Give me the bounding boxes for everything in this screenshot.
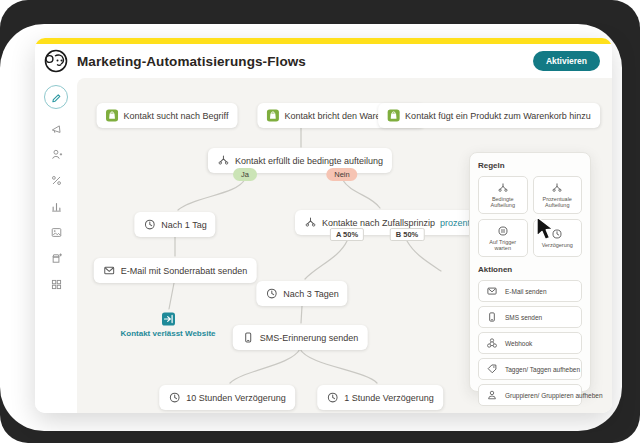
analytics-icon bbox=[50, 200, 63, 213]
rules-section-title: Regeln bbox=[478, 161, 582, 170]
trigger-node-add-to-cart[interactable]: Kontakt fügt ein Produkt zum Warenkorb h… bbox=[378, 103, 600, 128]
delay-1-hour-node[interactable]: 1 Stunde Verzögerung bbox=[317, 385, 443, 410]
group-icon bbox=[486, 389, 498, 401]
sidebar-item-create-active[interactable] bbox=[44, 85, 68, 109]
shopify-bag-icon bbox=[266, 109, 279, 122]
sidebar-item-store[interactable] bbox=[50, 252, 63, 265]
random-split-label: Kontakte nach Zufallsprinzip bbox=[322, 218, 435, 228]
clock-icon bbox=[143, 218, 156, 231]
mouse-cursor-icon bbox=[535, 216, 559, 242]
phone-icon bbox=[486, 311, 498, 323]
split-b-badge: B 50% bbox=[390, 228, 425, 241]
activate-button[interactable]: Aktivieren bbox=[533, 51, 600, 71]
marketing-hero-frame: Marketing-Automatisierungs-Flows Aktivie… bbox=[0, 0, 640, 443]
megaphone-icon bbox=[50, 122, 63, 135]
rule-tile-label: Verzögerung bbox=[542, 242, 573, 248]
content-icon bbox=[50, 226, 63, 239]
delay-10-hours-node[interactable]: 10 Stunden Verzögerung bbox=[159, 385, 295, 410]
app-window: Marketing-Automatisierungs-Flows Aktivie… bbox=[35, 38, 612, 413]
sidebar-nav bbox=[35, 78, 77, 413]
clock-icon bbox=[168, 391, 181, 404]
phone-icon bbox=[242, 331, 255, 344]
split-icon bbox=[497, 182, 509, 194]
sidebar-item-campaigns[interactable] bbox=[50, 122, 63, 135]
sms-node-label: SMS-Erinnerung senden bbox=[260, 333, 359, 343]
delay-node-label: 10 Stunden Verzögerung bbox=[186, 393, 286, 403]
exit-node-label: Kontakt verlässt Website bbox=[121, 329, 216, 338]
automation-icon bbox=[50, 174, 63, 187]
trigger-node-label: Kontakt sucht nach Begriff bbox=[124, 111, 229, 121]
exit-node[interactable]: Kontakt verlässt Website bbox=[121, 312, 216, 338]
logo-column bbox=[35, 48, 77, 74]
shopify-bag-icon bbox=[387, 109, 400, 122]
rule-tile-label: Bedingte Aufteilung bbox=[481, 196, 525, 208]
shopify-bag-icon bbox=[106, 109, 119, 122]
delay-1-day-node[interactable]: Nach 1 Tag bbox=[134, 212, 215, 237]
flow-canvas[interactable]: Kontakt sucht nach Begriff Kontakt brich… bbox=[77, 78, 612, 413]
yes-branch-badge: Ja bbox=[233, 168, 257, 181]
email-node-label: E-Mail mit Sonderrabatt senden bbox=[121, 266, 248, 276]
delay-node-label: Nach 3 Tagen bbox=[283, 289, 338, 299]
rule-tile-label: Auf Trigger warten bbox=[481, 239, 525, 251]
split-a-badge: A 50% bbox=[330, 228, 364, 241]
rule-tile-label: Prozentuale Aufteilung bbox=[536, 196, 580, 208]
action-row-webhook[interactable]: Webhook bbox=[478, 332, 582, 354]
sidebar-item-content[interactable] bbox=[50, 226, 63, 239]
pause-icon bbox=[497, 225, 509, 237]
split-icon bbox=[551, 182, 563, 194]
action-row-send-sms[interactable]: SMS senden bbox=[478, 306, 582, 328]
email-discount-node[interactable]: E-Mail mit Sonderrabatt senden bbox=[94, 258, 257, 283]
clock-icon bbox=[326, 391, 339, 404]
no-branch-badge: Nein bbox=[326, 168, 357, 181]
rule-tile-conditional-split[interactable]: Bedingte Aufteilung bbox=[478, 176, 528, 214]
split-icon bbox=[304, 216, 317, 229]
delay-node-label: Nach 1 Tag bbox=[161, 220, 206, 230]
pencil-icon bbox=[50, 91, 63, 104]
action-row-label: E-Mail senden bbox=[505, 288, 547, 295]
store-icon bbox=[50, 252, 63, 265]
trigger-node-search[interactable]: Kontakt sucht nach Begriff bbox=[97, 103, 238, 128]
action-row-group[interactable]: Gruppieren/ Gruppieren aufheben bbox=[478, 384, 582, 406]
mailchimp-logo-icon[interactable] bbox=[43, 48, 69, 74]
action-row-label: Webhook bbox=[505, 340, 532, 347]
mail-icon bbox=[486, 285, 498, 297]
sms-reminder-node[interactable]: SMS-Erinnerung senden bbox=[233, 325, 368, 350]
action-row-send-email[interactable]: E-Mail senden bbox=[478, 280, 582, 302]
clock-icon bbox=[265, 287, 278, 300]
app-header: Marketing-Automatisierungs-Flows Aktivie… bbox=[35, 44, 612, 78]
sidebar-item-automations[interactable] bbox=[50, 174, 63, 187]
tag-icon bbox=[486, 363, 498, 375]
blocks-panel: Regeln Bedingte Aufteilung Prozentuale A… bbox=[469, 152, 591, 392]
exit-icon bbox=[161, 312, 175, 326]
delay-3-days-node[interactable]: Nach 3 Tagen bbox=[256, 281, 347, 306]
action-row-label: Gruppieren/ Gruppieren aufheben bbox=[505, 392, 603, 399]
sidebar-item-audience[interactable] bbox=[50, 148, 63, 161]
rule-tile-percentage-split[interactable]: Prozentuale Aufteilung bbox=[533, 176, 583, 214]
action-row-label: Taggen/ Taggen aufheben bbox=[505, 366, 580, 373]
trigger-node-label: Kontakt fügt ein Produkt zum Warenkorb h… bbox=[405, 111, 591, 121]
actions-section-title: Aktionen bbox=[478, 265, 582, 274]
apps-grid-icon bbox=[50, 278, 63, 291]
split-icon bbox=[217, 154, 230, 167]
action-row-label: SMS senden bbox=[505, 314, 542, 321]
mail-icon bbox=[103, 264, 116, 277]
audience-icon bbox=[50, 148, 63, 161]
delay-node-label: 1 Stunde Verzögerung bbox=[344, 393, 434, 403]
action-row-tag[interactable]: Taggen/ Taggen aufheben bbox=[478, 358, 582, 380]
webhook-icon bbox=[486, 337, 498, 349]
sidebar-item-integrations[interactable] bbox=[50, 278, 63, 291]
rule-tile-wait-for-trigger[interactable]: Auf Trigger warten bbox=[478, 219, 528, 257]
conditional-node-label: Kontakt erfüllt die bedingte aufteilung bbox=[235, 156, 383, 166]
page-title: Marketing-Automatisierungs-Flows bbox=[77, 54, 306, 69]
sidebar-item-analytics[interactable] bbox=[50, 200, 63, 213]
